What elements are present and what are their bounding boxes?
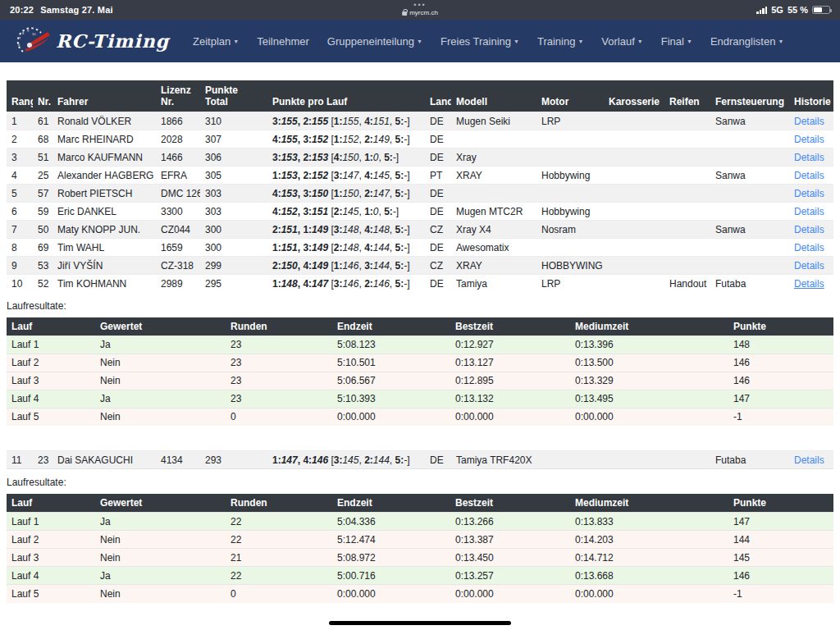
cellular-signal-icon [756, 7, 767, 14]
cell [664, 451, 710, 469]
cell: PT [425, 167, 451, 185]
cell [710, 257, 789, 275]
cell: Maty KNOPP JUN. [52, 221, 156, 239]
details-link[interactable]: Details [794, 116, 824, 127]
details-link[interactable]: Details [794, 454, 824, 466]
cell: 5:08.972 [332, 549, 450, 567]
cell: LRP [536, 112, 604, 130]
column-header: Lauf [7, 317, 95, 336]
details-link[interactable]: Details [794, 188, 824, 199]
cell [664, 185, 710, 203]
cell: Xray X4 [451, 221, 536, 239]
table-row: 750Maty KNOPP JUN.CZ0443002:151, 1:149 [… [7, 221, 833, 239]
cell: 5:08.123 [332, 336, 450, 354]
cell: 0:13.450 [450, 549, 570, 567]
details-link[interactable]: Details [794, 152, 824, 163]
cell: Nein [95, 531, 226, 549]
details-link[interactable]: Details [794, 224, 824, 235]
details-link[interactable]: Details [794, 170, 824, 181]
nav-item-training[interactable]: Training▼ [528, 29, 592, 54]
nav-item-vorlauf[interactable]: Vorlauf▼ [592, 29, 651, 54]
column-header: Endzeit [332, 317, 450, 336]
cell [536, 451, 604, 469]
cell: DE [425, 185, 451, 203]
laufresultate-label-2: Laufresultate: [7, 477, 833, 488]
cell: 147 [728, 513, 833, 531]
cell: 295 [200, 275, 267, 293]
details-link[interactable]: Details [794, 134, 824, 145]
cell [710, 130, 789, 148]
cell [604, 203, 664, 221]
cell [664, 257, 710, 275]
results-table-row11: 1123Dai SAKAGUCHI41342931:147, 4:146 [3:… [7, 450, 833, 469]
cell: CZ044 [156, 221, 200, 239]
chevron-down-icon: ▼ [687, 39, 692, 44]
cell: 23 [226, 390, 332, 408]
svg-text:10: 10 [32, 32, 36, 36]
nav-item-final[interactable]: Final▼ [652, 29, 701, 54]
nav-item-freies-training[interactable]: Freies Training▼ [431, 29, 528, 54]
cell: 300 [200, 239, 267, 257]
rc-timing-logo[interactable]: 789106 RC-Timing [11, 25, 169, 57]
home-indicator[interactable] [329, 621, 511, 625]
cell: Lauf 1 [7, 513, 95, 531]
cell: 5:06.567 [332, 372, 450, 390]
cell: DE [425, 112, 451, 130]
cell: 1 [7, 112, 33, 130]
cell: 0:13.495 [570, 390, 728, 408]
cell [604, 185, 664, 203]
cell: 5:10.393 [332, 390, 450, 408]
cell: HOBBYWING [536, 257, 604, 275]
table-row: 659Eric DANKEL33003034:152, 3:151 [2:145… [7, 203, 833, 221]
results-table: RangNr.FahrerLizenz Nr.Punkte TotalPunkt… [7, 80, 833, 293]
column-header: Bestzeit [450, 494, 570, 513]
nav-item-endranglisten[interactable]: Endranglisten▼ [701, 29, 792, 54]
column-header: Punkte pro Lauf [267, 80, 425, 112]
chevron-down-icon: ▼ [233, 39, 239, 44]
cell: DE [425, 203, 451, 221]
nav-item-gruppeneinteilung[interactable]: Gruppeneinteilung▼ [318, 29, 431, 54]
cell: 5:12.474 [332, 531, 450, 549]
cell: DE [425, 148, 451, 167]
svg-text:8: 8 [22, 31, 25, 35]
cell: -1 [728, 408, 833, 426]
details-link[interactable]: Details [794, 206, 824, 217]
chevron-down-icon: ▼ [637, 39, 643, 44]
address-url[interactable]: myrcm.ch [402, 9, 438, 17]
svg-text:7: 7 [19, 36, 21, 40]
cell: 0:13.266 [450, 513, 570, 531]
cell: Awesomatix [451, 239, 536, 257]
cell: 0:13.833 [570, 513, 728, 531]
cell: 0:14.712 [570, 549, 728, 567]
details-link[interactable]: Details [794, 242, 824, 253]
laufresultate-label-1: Laufresultate: [7, 300, 833, 312]
status-time: 20:22 [10, 5, 34, 15]
cell: 0 [226, 585, 332, 603]
nav-item-teilnehmer[interactable]: Teilnehmer [248, 29, 318, 54]
cell: Nosram [536, 221, 604, 239]
cell: Lauf 5 [7, 585, 95, 603]
cell: 148 [728, 336, 833, 354]
punkte-pro-lauf-cell: 3:155, 2:155 [1:155, 4:151, 5:-] [267, 112, 425, 130]
lauf-row: Lauf 4Ja225:00.7160:13.2570:13.668146 [7, 567, 833, 585]
column-header: Gewertet [95, 317, 226, 336]
column-header: Modell [451, 80, 536, 112]
cell: 0:14.203 [570, 531, 728, 549]
details-link[interactable]: Details [794, 260, 824, 272]
cell: Lauf 4 [7, 390, 95, 408]
cell: Tim WAHL [52, 239, 156, 257]
cell: Futaba [710, 275, 789, 293]
tab-overflow-dots-icon[interactable]: ••• [402, 1, 438, 9]
cell: 2028 [156, 130, 200, 148]
table-row: 953Jiří VYŠÍNCZ-3182992:150, 4:149 [1:14… [7, 257, 833, 275]
cell [451, 130, 536, 148]
nav-item-zeitplan[interactable]: Zeitplan▼ [184, 29, 248, 54]
main-navbar: 789106 RC-Timing Zeitplan▼TeilnehmerGrup… [0, 20, 840, 62]
cell: 25 [33, 167, 52, 185]
cell: Nein [95, 372, 226, 390]
cell: Robert PIETSCH [52, 185, 156, 203]
network-type: 5G [771, 5, 783, 15]
cell: 0:13.387 [450, 531, 570, 549]
details-link[interactable]: Details [794, 278, 824, 290]
chevron-down-icon: ▼ [578, 39, 583, 44]
